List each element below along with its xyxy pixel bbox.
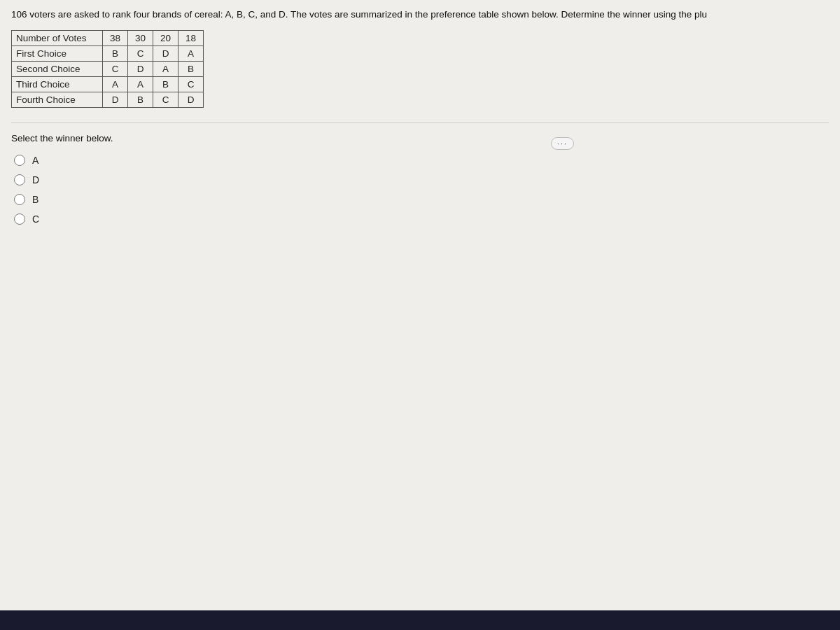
- bottom-bar: [0, 610, 840, 630]
- radio-input-b[interactable]: [14, 194, 25, 205]
- question-text: 106 voters are asked to rank four brands…: [11, 8, 829, 22]
- table-cell-label-1: First Choice: [12, 46, 103, 61]
- radio-input-d[interactable]: [14, 174, 25, 186]
- table-cell-4-1: B: [128, 92, 153, 107]
- table-row-2: Second ChoiceCDAB: [12, 61, 204, 76]
- table-cell-3-1: A: [128, 76, 153, 92]
- table-cell-label-0: Number of Votes: [12, 30, 103, 46]
- table-cell-4-0: D: [103, 92, 128, 107]
- radio-input-a[interactable]: [14, 155, 25, 166]
- radio-option-c[interactable]: C: [14, 214, 829, 225]
- table-cell-0-2: 20: [153, 30, 178, 46]
- table-cell-3-0: A: [103, 76, 128, 92]
- table-cell-2-2: A: [153, 61, 178, 76]
- table-cell-label-4: Fourth Choice: [12, 92, 103, 107]
- table-cell-4-3: D: [178, 92, 204, 107]
- table-row-1: First ChoiceBCDA: [12, 46, 204, 61]
- table-cell-1-3: A: [178, 46, 204, 61]
- main-content: 106 voters are asked to rank four brands…: [0, 0, 840, 225]
- table-cell-2-0: C: [103, 61, 128, 76]
- table-row-0: Number of Votes38302018: [12, 30, 204, 46]
- radio-label-a: A: [32, 155, 38, 166]
- radio-input-c[interactable]: [14, 214, 25, 225]
- table-cell-1-1: C: [128, 46, 153, 61]
- radio-label-d: D: [32, 174, 39, 186]
- table-cell-2-3: B: [178, 61, 204, 76]
- table-row-4: Fourth ChoiceDBCD: [12, 92, 204, 107]
- section-divider: [11, 122, 829, 123]
- radio-option-a[interactable]: A: [14, 155, 829, 166]
- preference-table: Number of Votes38302018First ChoiceBCDAS…: [11, 30, 204, 108]
- preference-table-container: Number of Votes38302018First ChoiceBCDAS…: [11, 30, 204, 108]
- table-cell-0-1: 30: [128, 30, 153, 46]
- table-cell-3-3: C: [178, 76, 204, 92]
- table-cell-4-2: C: [153, 92, 178, 107]
- table-cell-0-0: 38: [103, 30, 128, 46]
- select-winner-label: Select the winner below.: [11, 133, 829, 144]
- table-row-3: Third ChoiceAABC: [12, 76, 204, 92]
- table-cell-1-0: B: [103, 46, 128, 61]
- radio-option-d[interactable]: D: [14, 174, 829, 186]
- table-cell-2-1: D: [128, 61, 153, 76]
- table-cell-label-2: Second Choice: [12, 61, 103, 76]
- table-cell-label-3: Third Choice: [12, 76, 103, 92]
- radio-option-b[interactable]: B: [14, 194, 829, 205]
- table-cell-3-2: B: [153, 76, 178, 92]
- table-cell-0-3: 18: [178, 30, 204, 46]
- table-cell-1-2: D: [153, 46, 178, 61]
- answer-options: ADBC: [14, 155, 829, 225]
- radio-label-b: B: [32, 194, 38, 205]
- radio-label-c: C: [32, 214, 39, 225]
- expand-button[interactable]: ···: [551, 137, 574, 150]
